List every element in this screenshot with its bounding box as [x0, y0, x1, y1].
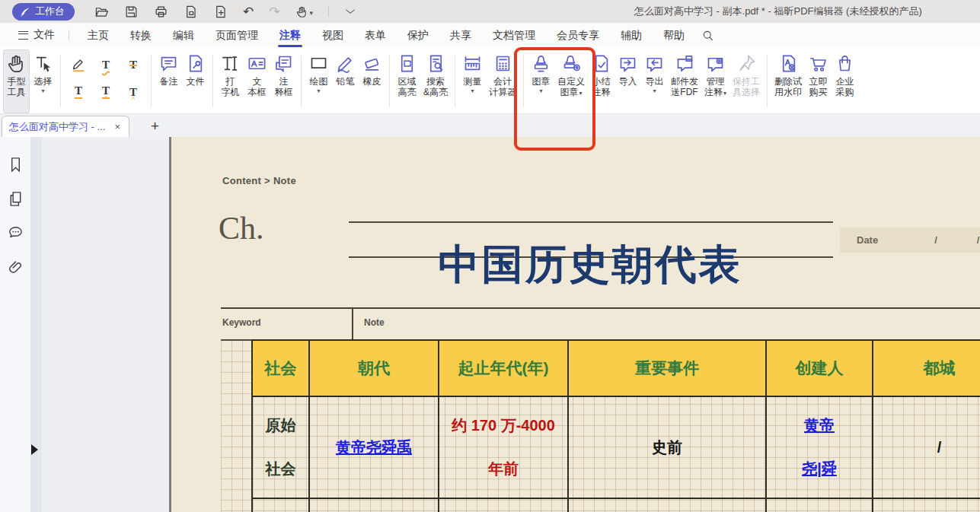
note-comment-button[interactable]: 备注	[155, 49, 182, 113]
tab-close-button[interactable]: ×	[113, 121, 122, 132]
export-comments-button[interactable]: 导出	[641, 49, 668, 113]
area-highlight-icon	[397, 53, 417, 74]
remove-trial-watermark-button[interactable]: 删除试 用水印	[771, 49, 805, 113]
toolbar-divider	[212, 56, 213, 107]
search-highlight-label: 搜索 &高亮	[423, 76, 448, 97]
dynasty-link[interactable]: 黄帝尧舜禹	[336, 437, 412, 458]
menu-help[interactable]: 帮助	[653, 23, 695, 47]
menu-home[interactable]: 主页	[77, 23, 120, 47]
import-comments-button[interactable]: 导入	[614, 49, 641, 113]
menu-form[interactable]: 表单	[354, 23, 397, 47]
toolbar-divider	[455, 56, 455, 107]
custom-stamp-button[interactable]: 自定义 图章	[554, 49, 588, 113]
draw-shape-button[interactable]: 绘图	[305, 49, 332, 113]
file-attachment-button[interactable]: 文件	[182, 49, 209, 113]
menu-protect[interactable]: 保护	[397, 23, 439, 47]
search-icon[interactable]	[701, 29, 714, 42]
pages-icon[interactable]	[7, 190, 24, 208]
pencil-button[interactable]: 铅笔	[332, 49, 359, 113]
menu-page-management[interactable]: 页面管理	[205, 23, 269, 47]
email-fdf-button[interactable]: 邮件发 送FDF	[668, 49, 701, 113]
table-cell-next-row	[439, 499, 569, 512]
strikeout-tool-icon[interactable]: T	[129, 59, 137, 71]
menu-convert[interactable]: 转换	[120, 23, 162, 47]
attachment-icon[interactable]	[7, 259, 24, 276]
pdf-page: Content > Note Ch. Date / / 中国历史朝代表 Keyw…	[171, 137, 980, 512]
bookmark-icon[interactable]	[7, 156, 24, 173]
date-separator: /	[977, 234, 980, 246]
menu-file[interactable]: 文件	[14, 28, 59, 42]
founder-link-2[interactable]: 尧|舜	[802, 459, 837, 479]
comments-icon[interactable]	[7, 224, 24, 242]
accounting-calculator-button[interactable]: 会计 计算器	[486, 49, 519, 113]
enterprise-bag-icon	[835, 53, 855, 74]
founder-link-1[interactable]: 黄帝	[804, 415, 835, 436]
search-highlight-icon	[426, 53, 446, 74]
replace-text-tool-icon[interactable]: T˄	[102, 85, 110, 99]
enterprise-purchase-button[interactable]: 企业 采购	[832, 49, 858, 113]
menu-share[interactable]: 共享	[439, 23, 482, 47]
keep-tool-label: 保持工 具选择	[733, 76, 760, 97]
callout-label: 注 释框	[275, 76, 293, 97]
menu-accessibility[interactable]: 辅助	[610, 23, 653, 47]
area-highlight-button[interactable]: 区域 高亮	[394, 49, 420, 113]
insert-text-tool-icon[interactable]: T˄	[129, 87, 137, 98]
underline-tool-icon[interactable]: T	[75, 85, 82, 99]
menu-view[interactable]: 视图	[311, 23, 354, 47]
print-icon[interactable]	[154, 5, 168, 19]
column-divider	[352, 307, 353, 340]
new-tab-button[interactable]: +	[146, 116, 164, 137]
panel-expand-handle-icon[interactable]	[31, 444, 38, 455]
stamp-button[interactable]: 图章	[528, 49, 554, 113]
dropdown-caret-icon	[723, 87, 726, 97]
workspace-button[interactable]: 工作台	[12, 3, 75, 21]
buy-now-label: 立即 购买	[809, 76, 828, 97]
table-header-founder: 创建人	[767, 341, 873, 397]
typewriter-button[interactable]: 打 字机	[217, 49, 244, 113]
search-highlight-button[interactable]: 搜索 &高亮	[420, 49, 451, 113]
date-field: Date / /	[840, 227, 980, 253]
squiggly-underline-tool-icon[interactable]: T	[102, 59, 110, 71]
table-cell-capital: /	[873, 397, 980, 499]
pencil-label: 铅笔	[337, 76, 355, 87]
stamp-tools-group: 图章 自定义 图章	[528, 49, 588, 113]
select-tool-button[interactable]: 选择	[30, 49, 56, 113]
eraser-label: 橡皮	[363, 76, 381, 87]
title-bar: 工作台 怎么面对高中学习 - 副本.pdf * - 福昕PDF编辑器 (未经授权…	[0, 0, 980, 23]
stamp-label: 图章	[532, 76, 551, 87]
buy-cart-icon	[808, 53, 828, 74]
menu-file-label: 文件	[34, 28, 55, 42]
save-icon[interactable]	[124, 5, 139, 19]
menu-edit[interactable]: 编辑	[162, 23, 205, 47]
menu-document-management[interactable]: 文档管理	[482, 23, 546, 47]
menu-comment[interactable]: 注释	[269, 23, 311, 47]
table-cell-next-row	[873, 499, 980, 512]
remove-watermark-label: 删除试 用水印	[774, 76, 802, 97]
textbox-button[interactable]: 文 本框	[244, 49, 270, 113]
document-tab[interactable]: 怎么面对高中学习 - ... ×	[2, 116, 129, 137]
measure-button[interactable]: 测量	[459, 49, 486, 113]
custom-stamp-icon	[561, 53, 582, 74]
period-line1: 约 170 万-4000	[452, 415, 555, 436]
extract-page-icon[interactable]	[184, 5, 198, 19]
hand-tool-button[interactable]: 手型 工具	[3, 49, 30, 113]
add-page-icon[interactable]	[213, 5, 228, 19]
events-text: 史前	[652, 437, 682, 458]
measure-label: 测量	[464, 76, 482, 87]
buy-now-button[interactable]: 立即 购买	[805, 49, 832, 113]
text-markup-tools: T T T T˄ T˄	[65, 51, 147, 113]
manage-comments-button[interactable]: 管理 注释	[701, 49, 729, 113]
collapse-toolbar-chevron-icon[interactable]	[344, 5, 356, 17]
open-file-icon[interactable]	[94, 5, 109, 19]
undo-icon[interactable]	[243, 4, 254, 20]
eraser-button[interactable]: 橡皮	[359, 49, 385, 113]
hand-icon	[6, 53, 27, 74]
quick-hand-tool-dropdown[interactable]	[295, 5, 314, 18]
note-label: Note	[364, 317, 385, 328]
callout-button[interactable]: 注 释框	[270, 49, 297, 113]
menu-member-exclusive[interactable]: 会员专享	[546, 23, 610, 47]
keep-tool-pin-icon	[736, 53, 757, 74]
hand-small-icon	[295, 5, 308, 18]
highlight-tool-icon[interactable]	[70, 56, 87, 73]
summary-comments-button[interactable]: 小结 注释	[588, 49, 614, 113]
